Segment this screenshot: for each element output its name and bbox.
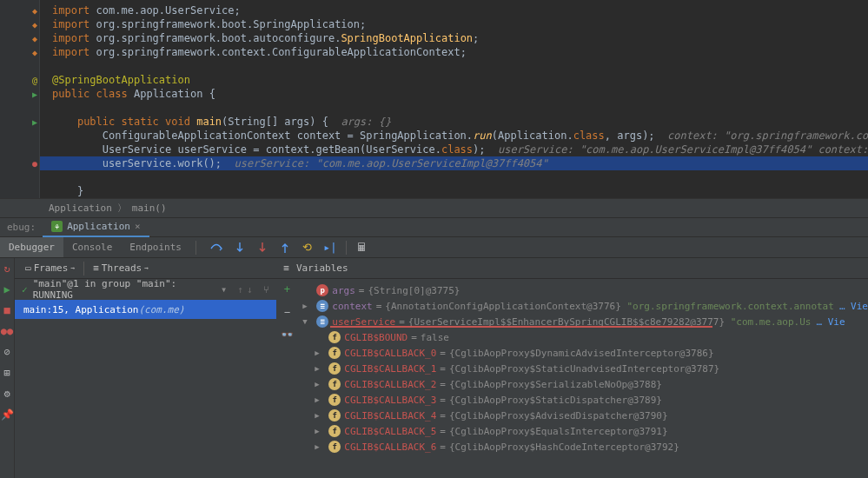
tab-label: Application	[67, 221, 130, 232]
expand-icon[interactable]: ▶	[315, 442, 325, 451]
variable-row[interactable]: ▶fCGLIB$CALLBACK_1={CglibAopProxy$Static…	[297, 361, 868, 376]
collapse-icon[interactable]: ▼	[302, 317, 313, 326]
field-icon: f	[328, 425, 341, 437]
thread-label: "main"@1 in group "main": RUNNING	[33, 278, 215, 301]
gutter-annotation-icon: @	[32, 73, 37, 87]
tab-endpoints[interactable]: Endpoints	[121, 237, 190, 257]
pin-icon[interactable]: 📌	[0, 408, 14, 422]
variable-row[interactable]: ▶fCGLIB$CALLBACK_5={CglibAopProxy$Equals…	[297, 423, 868, 439]
stack-frame[interactable]: main:15, Application (com.me)	[15, 300, 276, 319]
expand-icon[interactable]: ▶	[315, 349, 325, 357]
debug-label: ebug:	[0, 222, 43, 233]
field-icon: f	[328, 347, 341, 359]
debug-tool-header: ebug: ⚘ Application ×	[0, 217, 868, 236]
debug-tabs: Debugger Console Endpoints ⟲ ▸| 🖩	[0, 236, 868, 257]
code-editor[interactable]: ◆ ◆ ◆ ◆ @ ▶ ▶ ● import com.me.aop.UserSe…	[0, 0, 868, 198]
debug-side-toolbar: ↻ ▶ ■ ●● ⊘ ⊞ ⚙ 📌	[0, 258, 15, 478]
expand-icon[interactable]: ▶	[315, 364, 325, 373]
settings-icon[interactable]: ⚙	[0, 387, 14, 401]
variables-panel: ≡Variables + − 👓 p args={String[0]@3775}…	[276, 258, 868, 478]
check-icon: ✓	[22, 284, 28, 295]
frames-header: ▭ Frames → ≡ Threads →	[15, 258, 276, 279]
prev-frame-icon[interactable]: ↑	[237, 284, 243, 295]
tab-console[interactable]: Console	[63, 237, 121, 257]
field-icon: f	[328, 362, 341, 375]
breadcrumb[interactable]: Application〉 main()	[0, 198, 868, 217]
run-to-cursor-icon[interactable]: ▸|	[323, 241, 337, 255]
layout-icon[interactable]: ⊞	[0, 366, 14, 380]
field-icon: f	[328, 331, 341, 343]
expand-icon[interactable]: ▶	[315, 411, 325, 420]
tab-debugger[interactable]: Debugger	[0, 237, 63, 257]
expand-icon[interactable]: ▶	[302, 302, 313, 310]
next-frame-icon[interactable]: ↓	[247, 284, 253, 295]
variable-row[interactable]: ▶≡ context={AnnotationConfigApplicationC…	[297, 298, 868, 314]
variable-row[interactable]: ▶fCGLIB$CALLBACK_6={CglibAopProxy$HashCo…	[297, 439, 868, 455]
thread-selector[interactable]: ✓ "main"@1 in group "main": RUNNING ▾ ↑↓…	[15, 279, 276, 300]
frames-panel: ▭ Frames → ≡ Threads → ✓ "main"@1 in gro…	[15, 258, 276, 478]
expand-icon[interactable]: ▶	[315, 427, 325, 435]
force-step-into-icon[interactable]	[255, 241, 269, 255]
close-icon[interactable]: ×	[135, 221, 141, 232]
variable-row[interactable]: ▶fCGLIB$CALLBACK_0={CglibAopProxy$Dynami…	[297, 345, 868, 361]
step-out-icon[interactable]	[278, 241, 292, 255]
gutter-marker-icon: ◆	[32, 17, 37, 31]
stop-icon[interactable]: ■	[0, 303, 14, 317]
code-area[interactable]: import com.me.aop.UserService; import or…	[40, 0, 868, 198]
editor-gutter: ◆ ◆ ◆ ◆ @ ▶ ▶ ●	[0, 0, 40, 198]
run-method-icon[interactable]: ▶	[32, 115, 37, 129]
variable-row[interactable]: ▶fCGLIB$CALLBACK_4={CglibAopProxy$Advise…	[297, 408, 868, 423]
breadcrumb-item[interactable]: main()	[127, 202, 172, 214]
gutter-marker-icon: ◆	[32, 45, 37, 59]
variable-row[interactable]: ▶fCGLIB$CALLBACK_2={CglibAopProxy$Serial…	[297, 376, 868, 392]
breakpoints-icon[interactable]: ●●	[0, 324, 14, 338]
watches-icon[interactable]: 👓	[280, 328, 294, 342]
object-icon: ≡	[316, 315, 328, 328]
frames-dropdown[interactable]: ▭ Frames →	[20, 261, 80, 276]
field-icon: f	[328, 394, 341, 406]
param-icon: p	[316, 284, 328, 296]
highlight-underline	[330, 326, 712, 328]
rerun-icon[interactable]: ↻	[0, 262, 14, 276]
field-icon: f	[328, 409, 341, 422]
spring-icon: ⚘	[51, 221, 63, 232]
gutter-marker-icon: ◆	[32, 31, 37, 45]
variable-row[interactable]: p args={String[0]@3775}	[297, 282, 868, 298]
variables-tree[interactable]: p args={String[0]@3775} ▶≡ context={Anno…	[297, 279, 868, 478]
breakpoint-icon[interactable]: ●	[32, 156, 37, 170]
field-icon: f	[328, 441, 341, 453]
add-watch-icon[interactable]: +	[280, 282, 294, 296]
gutter-marker-icon: ◆	[32, 3, 37, 17]
run-class-icon[interactable]: ▶	[32, 87, 37, 101]
expand-icon[interactable]: ▶	[315, 380, 325, 388]
dropdown-icon[interactable]: ▾	[221, 283, 227, 295]
step-into-icon[interactable]	[233, 241, 247, 255]
remove-watch-icon[interactable]: −	[280, 305, 294, 319]
mute-breakpoints-icon[interactable]: ⊘	[0, 345, 14, 359]
drop-frame-icon[interactable]: ⟲	[301, 241, 315, 255]
filter-icon[interactable]: ⑂	[263, 284, 269, 295]
breadcrumb-item[interactable]: Application	[43, 202, 117, 214]
variable-row[interactable]: f CGLIB$BOUND=false	[297, 329, 868, 345]
variables-header: ≡Variables	[276, 258, 868, 279]
resume-icon[interactable]: ▶	[0, 282, 14, 296]
evaluate-icon[interactable]: 🖩	[355, 241, 369, 255]
field-icon: f	[328, 378, 341, 390]
variables-toolbar: + − 👓	[276, 279, 297, 478]
step-over-icon[interactable]	[210, 241, 224, 255]
object-icon: ≡	[316, 300, 328, 312]
variable-row[interactable]: ▶fCGLIB$CALLBACK_3={CglibAopProxy$Static…	[297, 392, 868, 408]
expand-icon[interactable]: ▶	[315, 395, 325, 404]
run-config-tab[interactable]: ⚘ Application ×	[43, 218, 149, 237]
threads-dropdown[interactable]: ≡ Threads →	[88, 261, 154, 276]
debug-body: ↻ ▶ ■ ●● ⊘ ⊞ ⚙ 📌 ▭ Frames → ≡ Threads → …	[0, 257, 868, 478]
